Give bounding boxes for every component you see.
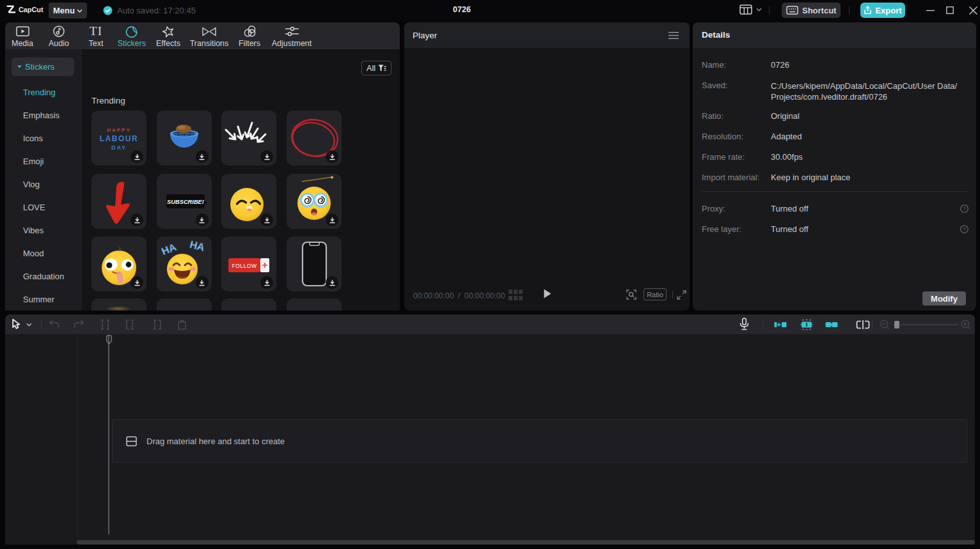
svg-text:?: ?	[963, 206, 966, 212]
svg-text:SUBSCRIBE!: SUBSCRIBE!	[167, 199, 204, 205]
svg-text:FOLLOW: FOLLOW	[232, 263, 257, 269]
svg-text:HA: HA	[189, 239, 206, 253]
svg-text:?: ?	[963, 226, 966, 232]
svg-text:HA: HA	[160, 242, 178, 258]
